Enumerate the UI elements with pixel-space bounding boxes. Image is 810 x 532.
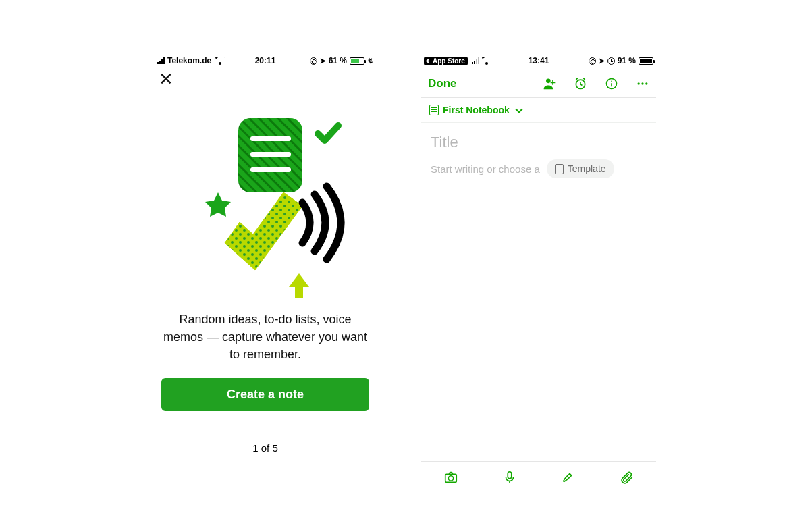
svg-point-18 [448, 475, 453, 480]
svg-rect-6 [250, 136, 291, 141]
sketch-icon[interactable] [561, 470, 576, 485]
chevron-down-icon [515, 105, 522, 113]
notebook-icon [429, 105, 439, 115]
editor-nav-bar: Done [421, 68, 656, 97]
more-icon[interactable] [636, 77, 649, 90]
template-label: Template [568, 163, 606, 174]
pager-indicator: 1 of 5 [155, 442, 376, 454]
onboarding-illustration [178, 115, 353, 304]
battery-icon [350, 57, 364, 65]
svg-rect-8 [250, 167, 291, 172]
svg-point-15 [641, 82, 643, 84]
status-bar: Telekom.de 20:11 ➤ 61 % ↯ [155, 54, 376, 68]
svg-rect-7 [250, 152, 291, 157]
svg-point-14 [638, 82, 640, 84]
create-note-button[interactable]: Create a note [161, 378, 369, 411]
svg-point-16 [645, 82, 647, 84]
title-input[interactable]: Title [431, 134, 647, 151]
notebook-label: First Notebook [443, 105, 510, 115]
onboarding-body-text: Random ideas, to-do lists, voice memos —… [155, 311, 376, 363]
note-editor-screen: App Store 13:41 ➤ 91 % Done [421, 54, 656, 493]
alarm-icon [608, 57, 615, 65]
microphone-icon[interactable] [502, 470, 517, 485]
camera-icon[interactable] [443, 470, 458, 485]
template-button[interactable]: Template [547, 159, 614, 178]
template-icon [555, 164, 564, 174]
body-input[interactable]: Start writing or choose a [431, 163, 540, 175]
done-button[interactable]: Done [428, 77, 457, 90]
svg-point-13 [611, 80, 612, 82]
svg-point-9 [546, 79, 551, 84]
svg-rect-19 [508, 471, 512, 478]
do-not-disturb-icon [310, 57, 317, 65]
onboarding-screen: Telekom.de 20:11 ➤ 61 % ↯ ✕ [155, 54, 376, 466]
notebook-selector[interactable]: First Notebook [421, 98, 656, 123]
editor-toolbar [421, 461, 656, 492]
do-not-disturb-icon [589, 57, 596, 65]
reminder-icon[interactable] [574, 77, 587, 90]
battery-icon [639, 57, 653, 65]
attachment-icon[interactable] [620, 470, 634, 485]
status-time: 20:11 [155, 56, 376, 65]
close-icon[interactable]: ✕ [155, 68, 178, 86]
info-icon[interactable] [605, 77, 618, 90]
status-time: 13:41 [421, 56, 656, 65]
status-bar: App Store 13:41 ➤ 91 % [421, 54, 656, 68]
share-person-icon[interactable] [543, 77, 556, 90]
editor-area: Title Start writing or choose a Template [421, 123, 656, 189]
